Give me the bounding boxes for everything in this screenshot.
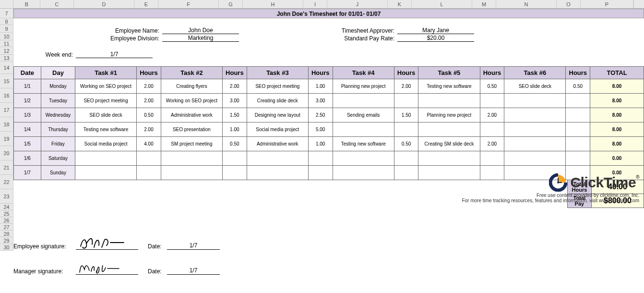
cell-task[interactable]: Testing new software	[333, 137, 394, 151]
cell-task[interactable]	[333, 122, 394, 137]
cell-hours[interactable]: 2.00	[394, 79, 418, 94]
cell-hours[interactable]	[394, 166, 418, 180]
cell-task[interactable]: SEO presentation	[161, 122, 222, 137]
cell-date[interactable]: 1/6	[14, 151, 41, 166]
cell-hours[interactable]: 2.00	[137, 94, 161, 108]
column-header-G[interactable]: G	[219, 0, 243, 8]
cell-total[interactable]: 8.00	[590, 137, 644, 151]
cell-day[interactable]: Friday	[41, 137, 75, 151]
cell-task[interactable]: Administrative work	[161, 108, 222, 122]
cell-task[interactable]	[504, 151, 566, 166]
cell-hours[interactable]: 5.00	[308, 122, 333, 137]
cell-task[interactable]	[504, 137, 566, 151]
cell-hours[interactable]	[480, 151, 504, 166]
row-header-17[interactable]: 17	[0, 103, 13, 117]
row-header-28[interactable]: 28	[0, 231, 13, 237]
cell-task[interactable]	[504, 108, 566, 122]
row-header-16[interactable]: 16	[0, 88, 13, 103]
cell-task[interactable]	[247, 151, 308, 166]
row-header-12[interactable]: 12	[0, 47, 13, 55]
cell-hours[interactable]: 1.00	[308, 79, 333, 94]
cell-date[interactable]: 1/5	[14, 137, 41, 151]
row-header-18[interactable]: 18	[0, 117, 13, 132]
column-header-P[interactable]: P	[581, 0, 633, 8]
cell-task[interactable]: SEO slide deck	[504, 79, 566, 94]
row-header-21[interactable]: 21	[0, 160, 13, 175]
cell-hours[interactable]: 0.50	[137, 108, 161, 122]
cell-hours[interactable]	[566, 108, 590, 122]
cell-day[interactable]: Thursday	[41, 122, 75, 137]
cell-hours[interactable]	[566, 94, 590, 108]
cell-total[interactable]: 8.00	[590, 79, 644, 94]
cell-hours[interactable]	[394, 151, 418, 166]
cell-task[interactable]: Testing new software	[418, 79, 480, 94]
cell-task[interactable]	[333, 151, 394, 166]
cell-hours[interactable]: 2.00	[222, 79, 247, 94]
cell-day[interactable]: Saturday	[41, 151, 75, 166]
employee-signature-line[interactable]	[76, 234, 138, 250]
cell-hours[interactable]: 0.50	[222, 137, 247, 151]
row-header-13[interactable]: 13	[0, 55, 13, 61]
column-header-O[interactable]: O	[557, 0, 581, 8]
row-header-24[interactable]: 24	[0, 204, 13, 210]
row-header-23[interactable]: 23	[0, 189, 13, 204]
cell-task[interactable]	[504, 94, 566, 108]
cell-hours[interactable]	[308, 151, 333, 166]
cell-date[interactable]: 1/7	[14, 166, 41, 180]
row-header-22[interactable]: 22	[0, 175, 13, 189]
cell-hours[interactable]	[394, 122, 418, 137]
cell-date[interactable]: 1/3	[14, 108, 41, 122]
row-header-27[interactable]: 27	[0, 224, 13, 231]
column-header-D[interactable]: D	[74, 0, 134, 8]
column-header-J[interactable]: J	[327, 0, 388, 8]
row-header-20[interactable]: 20	[0, 146, 13, 160]
cell-task[interactable]: Social media project	[247, 122, 308, 137]
cell-hours[interactable]: 2.00	[137, 122, 161, 137]
cell-total[interactable]: 0.00	[590, 151, 644, 166]
cell-total[interactable]: 8.00	[590, 122, 644, 137]
column-header-E[interactable]: E	[134, 0, 158, 8]
cell-day[interactable]: Sunday	[41, 166, 75, 180]
column-header-C[interactable]: C	[40, 0, 74, 8]
column-header-B[interactable]: B	[13, 0, 40, 8]
cell-hours[interactable]: 0.50	[566, 79, 590, 94]
row-header-9[interactable]: 9	[0, 25, 13, 33]
week-end-value[interactable]: 1/7	[76, 51, 153, 58]
cell-hours[interactable]	[566, 151, 590, 166]
cell-task[interactable]: Creating SM slide deck	[418, 137, 480, 151]
cell-task[interactable]	[75, 166, 137, 180]
cell-task[interactable]	[75, 151, 137, 166]
cell-hours[interactable]	[480, 122, 504, 137]
row-header-14[interactable]: 14	[0, 61, 13, 74]
row-header-15[interactable]: 15	[0, 74, 13, 88]
cell-task[interactable]	[247, 166, 308, 180]
cell-hours[interactable]: 3.00	[308, 94, 333, 108]
cell-hours[interactable]: 2.00	[137, 79, 161, 94]
cell-total[interactable]: 8.00	[590, 94, 644, 108]
cell-task[interactable]: Social media project	[75, 137, 137, 151]
column-header-F[interactable]: F	[158, 0, 219, 8]
cell-hours[interactable]: 0.50	[480, 79, 504, 94]
cell-hours[interactable]: 4.00	[137, 137, 161, 151]
row-header-7[interactable]: 7	[0, 9, 13, 18]
cell-hours[interactable]	[480, 94, 504, 108]
cell-task[interactable]: Creating slide deck	[247, 94, 308, 108]
cell-hours[interactable]	[566, 137, 590, 151]
column-header-H[interactable]: H	[243, 0, 303, 8]
cell-task[interactable]: SEO project meeting	[75, 94, 137, 108]
cell-task[interactable]: Designing new layout	[247, 108, 308, 122]
cell-task[interactable]: Creating flyers	[161, 79, 222, 94]
row-header-11[interactable]: 11	[0, 40, 13, 47]
cell-task[interactable]: Sending emails	[333, 108, 394, 122]
cell-hours[interactable]: 1.00	[222, 122, 247, 137]
cell-hours[interactable]: 3.00	[222, 94, 247, 108]
cell-hours[interactable]: 1.50	[222, 108, 247, 122]
cell-task[interactable]: Administrative work	[247, 137, 308, 151]
employee-sig-date-value[interactable]: 1/7	[167, 242, 220, 250]
cell-task[interactable]: SEO project meeting	[247, 79, 308, 94]
cell-task[interactable]	[418, 94, 480, 108]
cell-task[interactable]	[418, 122, 480, 137]
cell-hours[interactable]: 0.50	[394, 137, 418, 151]
row-header-10[interactable]: 10	[0, 33, 13, 40]
cell-task[interactable]	[333, 94, 394, 108]
